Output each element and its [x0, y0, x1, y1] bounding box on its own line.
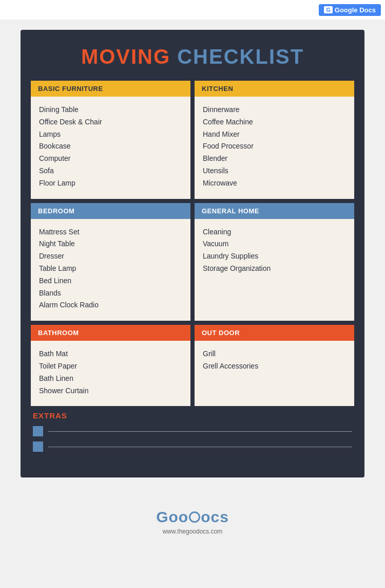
extras-title: EXTRAS [33, 411, 352, 420]
doc-card: MOVING CHECKLIST BASIC FURNITURE Dining … [21, 30, 364, 477]
item-bath-mat: Bath Mat [39, 348, 182, 360]
item-alarm-clock-radio: Alarm Clock Radio [39, 299, 182, 311]
extras-rule-2 [48, 447, 352, 447]
section-header-general-home: GENERAL HOME [195, 203, 354, 219]
section-header-basic-furniture: BASIC FURNITURE [31, 81, 190, 97]
section-header-outdoor: OUT DOOR [195, 325, 354, 341]
extras-rule-1 [48, 431, 352, 432]
brand-circle-d [189, 511, 200, 523]
section-body-bedroom: Mattress Set Night Table Dresser Table L… [31, 219, 190, 321]
item-utensils: Utensils [203, 165, 346, 177]
doc-title: MOVING CHECKLIST [31, 45, 354, 68]
section-header-bedroom: BEDROOM [31, 203, 190, 219]
extras-section: EXTRAS [31, 411, 354, 452]
footer-branding: Gooocs www.thegoodocs.com [21, 493, 364, 540]
extras-line-2 [33, 442, 352, 452]
item-grell-accessories: Grell Accessories [203, 360, 346, 373]
title-checklist: CHECKLIST [177, 45, 304, 68]
item-lamps: Lamps [39, 128, 182, 141]
brand-url: www.thegoodocs.com [21, 528, 364, 535]
item-bath-linen: Bath Linen [39, 373, 182, 385]
google-docs-icon: G [324, 6, 333, 13]
item-coffee-machine: Coffee Machine [203, 116, 346, 128]
item-microwave: Microwave [203, 177, 346, 190]
item-shower-curtain: Shower Curtain [39, 385, 182, 397]
brand-docs: ocs [201, 508, 229, 525]
item-hand-mixer: Hand Mixer [203, 128, 346, 141]
item-blender: Blender [203, 153, 346, 165]
brand-goo: Goo [156, 508, 188, 525]
item-floor-lamp: Floor Lamp [39, 177, 182, 190]
section-body-general-home: Cleaning Vacuum Laundry Supplies Storage… [195, 219, 354, 284]
item-dinnerware: Dinnerware [203, 104, 346, 116]
item-storage-organization: Storage Organization [203, 263, 346, 275]
item-night-table: Night Table [39, 238, 182, 250]
item-computer: Computer [39, 153, 182, 165]
section-body-kitchen: Dinnerware Coffee Machine Hand Mixer Foo… [195, 97, 354, 199]
section-body-bathroom: Bath Mat Toilet Paper Bath Linen Shower … [31, 341, 190, 406]
section-bedroom: BEDROOM Mattress Set Night Table Dresser… [31, 203, 190, 321]
checklist-grid: BASIC FURNITURE Dining Table Office Desk… [31, 81, 354, 406]
section-body-basic-furniture: Dining Table Office Desk & Chair Lamps B… [31, 97, 190, 199]
main-wrapper: MOVING CHECKLIST BASIC FURNITURE Dining … [0, 20, 385, 561]
item-dining-table: Dining Table [39, 104, 182, 116]
item-office-desk-chair: Office Desk & Chair [39, 116, 182, 128]
google-docs-label: Google Docs [335, 6, 376, 14]
section-outdoor: OUT DOOR Grill Grell Accessories [195, 325, 354, 406]
section-basic-furniture: BASIC FURNITURE Dining Table Office Desk… [31, 81, 190, 199]
title-moving: MOVING [81, 45, 170, 68]
section-header-kitchen: KITCHEN [195, 81, 354, 97]
item-bed-linen: Bed Linen [39, 275, 182, 287]
section-general-home: GENERAL HOME Cleaning Vacuum Laundry Sup… [195, 203, 354, 321]
section-header-bathroom: BATHROOM [31, 325, 190, 341]
item-table-lamp: Table Lamp [39, 263, 182, 275]
item-cleaning: Cleaning [203, 226, 346, 238]
item-grill: Grill [203, 348, 346, 360]
top-bar: G Google Docs [0, 0, 385, 20]
item-mattress-set: Mattress Set [39, 226, 182, 238]
section-bathroom: BATHROOM Bath Mat Toilet Paper Bath Line… [31, 325, 190, 406]
section-body-outdoor: Grill Grell Accessories [195, 341, 354, 382]
extras-checkbox-1[interactable] [33, 426, 43, 436]
section-kitchen: KITCHEN Dinnerware Coffee Machine Hand M… [195, 81, 354, 199]
item-vacuum: Vacuum [203, 238, 346, 250]
item-bookcase: Bookcase [39, 140, 182, 153]
google-docs-badge: G Google Docs [319, 4, 381, 16]
item-food-processor: Food Processor [203, 140, 346, 153]
brand-logo: Gooocs [21, 508, 364, 526]
extras-line-1 [33, 426, 352, 436]
item-blands: Blands [39, 287, 182, 300]
item-dresser: Dresser [39, 250, 182, 263]
item-toilet-paper: Toilet Paper [39, 360, 182, 373]
item-laundry-supplies: Laundry Supplies [203, 250, 346, 263]
extras-checkbox-2[interactable] [33, 442, 43, 452]
item-sofa: Sofa [39, 165, 182, 177]
